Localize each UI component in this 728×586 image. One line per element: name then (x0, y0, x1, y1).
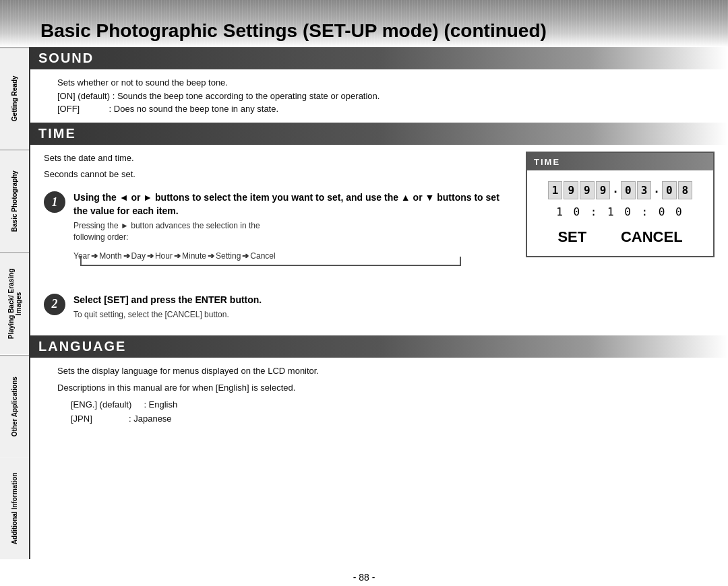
step2-sub-text: To quit setting, select the [CANCEL] but… (73, 309, 512, 321)
cancel-button[interactable]: CANCEL (621, 228, 683, 246)
sidebar-item-other-applications: Other Applications (0, 355, 29, 457)
sound-on-line: [ON] (default) : Sounds the beep tone ac… (57, 90, 701, 103)
time-intro-line1: Sets the date and time. (44, 152, 512, 166)
month-digit-1: 0 (621, 181, 636, 199)
arrow-6: ➔ (242, 251, 249, 261)
lang-eng-line: [ENG.] (default) : English (71, 398, 701, 412)
month-digit-2: 3 (637, 181, 652, 199)
arrow-cancel: Cancel (250, 251, 275, 261)
arrow-year: Year (73, 251, 90, 261)
time-time-row: 1 0 : 1 0 : 0 0 (541, 205, 700, 218)
arrow-minute: Minute (182, 251, 206, 261)
arrow-5: ➔ (208, 251, 214, 261)
step2-circle: 2 (44, 294, 65, 315)
time-display-header: TIME (527, 153, 713, 170)
arrow-day: Day (131, 251, 146, 261)
time-display-body: 1 9 9 9 . 0 3 . 0 8 1 0 : 1 0 : 0 0 (527, 170, 713, 256)
sidebar: Getting Ready Basic Photography Playing … (0, 47, 30, 559)
step2-main-text: Select [SET] and press the ENTER button. (73, 294, 512, 307)
lang-eng-label: [ENG.] (default) (71, 399, 131, 410)
set-button[interactable]: SET (557, 228, 586, 246)
sidebar-item-getting-ready: Getting Ready (0, 47, 29, 150)
year-digit-4: 9 (596, 181, 611, 199)
language-section-body: Sets the display language for menus disp… (30, 358, 728, 432)
page-number: - 88 - (0, 572, 728, 583)
time-display-box: TIME 1 9 9 9 . 0 3 . 0 8 (526, 152, 715, 257)
time-value: 1 0 : 1 0 : 0 0 (556, 205, 684, 218)
arrow-2: ➔ (123, 251, 130, 261)
arrow-month: Month (99, 251, 121, 261)
sound-off-desc: : Does no sound the beep tone in any sta… (109, 104, 279, 114)
date-sep-2: . (652, 181, 661, 200)
sound-body-line1: Sets whether or not to sound the beep to… (57, 76, 701, 90)
sound-off-label: [OFF] (57, 104, 80, 114)
lang-line2: Descriptions in this manual are for when… (57, 381, 701, 395)
page-title: Basic Photographic Settings (SET-UP mode… (40, 20, 547, 42)
lang-line1: Sets the display language for menus disp… (57, 364, 701, 379)
day-digit-1: 0 (662, 181, 677, 199)
lang-jpn-desc: : Japanese (129, 414, 172, 424)
page-number-text: - 88 - (353, 572, 375, 583)
time-left-column: Sets the date and time. Seconds cannot b… (44, 152, 512, 329)
sound-on-desc: : Sounds the beep tone according to the … (113, 91, 380, 101)
sidebar-item-basic-photography: Basic Photography (0, 150, 29, 252)
lang-jpn-label: [JPN] (71, 414, 92, 424)
time-section-body: Sets the date and time. Seconds cannot b… (30, 145, 728, 336)
step1-block: 1 Using the ◄ or ► buttons to select the… (44, 191, 512, 243)
time-heading: TIME (38, 126, 76, 141)
step1-content: Using the ◄ or ► buttons to select the i… (73, 191, 512, 243)
arrow-setting: Setting (216, 251, 241, 261)
arrow-sequence: Year ➔ Month ➔ Day ➔ Hour ➔ Minute ➔ Set… (73, 251, 512, 261)
date-sep-1: . (611, 181, 620, 200)
sound-heading: SOUND (38, 51, 94, 65)
sound-on-label: [ON] (default) (57, 91, 110, 101)
sidebar-item-playing-back: Playing Back/ Erasing Images (0, 252, 29, 354)
arrow-4: ➔ (174, 251, 181, 261)
arrow-hour: Hour (155, 251, 173, 261)
step1-sub-text1: Pressing the ► button advances the selec… (73, 220, 512, 232)
sound-section-body: Sets whether or not to sound the beep to… (30, 69, 728, 123)
sound-off-line: [OFF] : Does no sound the beep tone in a… (57, 102, 701, 116)
time-section-header: TIME (30, 123, 728, 145)
time-display-panel: TIME 1 9 9 9 . 0 3 . 0 8 (526, 152, 715, 329)
language-heading: LANGUAGE (38, 339, 126, 354)
step2-content: Select [SET] and press the ENTER button.… (73, 294, 512, 321)
lang-eng-desc: : English (144, 399, 177, 410)
time-buttons-row: SET CANCEL (541, 228, 700, 246)
time-intro-line2: Seconds cannot be set. (44, 168, 512, 182)
time-date-row: 1 9 9 9 . 0 3 . 0 8 (541, 181, 700, 200)
arrow-1: ➔ (91, 251, 98, 261)
step1-sub-text2: following order: (73, 232, 512, 243)
language-section-header: LANGUAGE (30, 335, 728, 358)
sidebar-item-additional-info: Additional Information (0, 457, 29, 559)
year-digit-2: 9 (564, 181, 578, 199)
year-digit-3: 9 (580, 181, 595, 199)
year-digit-1: 1 (548, 181, 563, 199)
page-header: Basic Photographic Settings (SET-UP mode… (0, 0, 728, 47)
arrow-3: ➔ (147, 251, 154, 261)
day-digit-2: 8 (678, 181, 693, 199)
sound-section-header: SOUND (30, 47, 728, 69)
step1-circle: 1 (44, 191, 65, 213)
main-content: SOUND Sets whether or not to sound the b… (30, 47, 728, 559)
step2-block: 2 Select [SET] and press the ENTER butto… (44, 294, 512, 321)
step1-main-text: Using the ◄ or ► buttons to select the i… (73, 191, 512, 218)
lang-jpn-line: [JPN] : Japanese (71, 412, 701, 426)
time-display-title: TIME (534, 157, 560, 167)
